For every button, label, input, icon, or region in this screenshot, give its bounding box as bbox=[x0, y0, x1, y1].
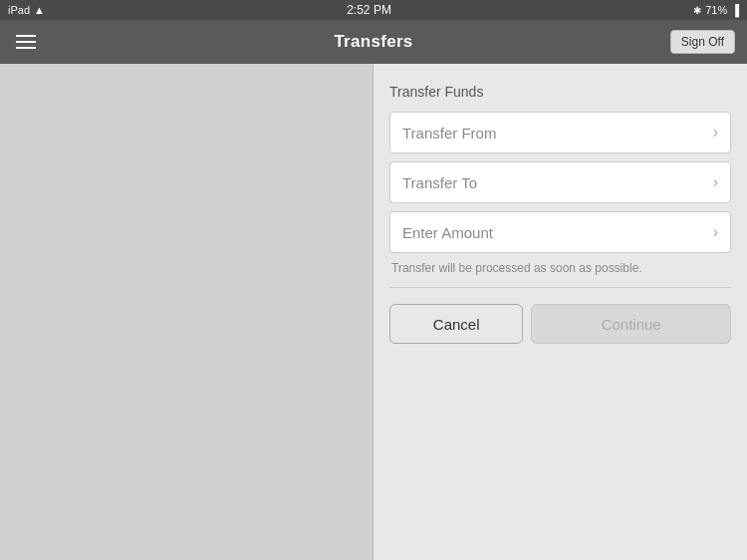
battery-icon: ▐ bbox=[731, 4, 739, 16]
transfer-from-label: Transfer From bbox=[402, 125, 496, 141]
main-content: Transfer Funds Transfer From › Transfer … bbox=[0, 64, 747, 560]
left-panel bbox=[0, 64, 374, 560]
enter-amount-chevron-icon: › bbox=[713, 223, 718, 241]
menu-button[interactable] bbox=[12, 31, 40, 53]
enter-amount-label: Enter Amount bbox=[402, 224, 493, 241]
battery-percent: 71% bbox=[705, 4, 727, 16]
section-title: Transfer Funds bbox=[389, 84, 731, 100]
sign-off-button[interactable]: Sign Off bbox=[670, 30, 735, 54]
wifi-icon: ▲︎ bbox=[34, 4, 45, 16]
nav-bar: Transfers Sign Off bbox=[0, 20, 747, 64]
info-text: Transfer will be processed as soon as po… bbox=[389, 261, 731, 275]
transfer-from-field[interactable]: Transfer From › bbox=[389, 112, 731, 153]
status-bar: iPad ▲︎ 2:52 PM ✱ 71% ▐ bbox=[0, 0, 747, 20]
hamburger-line-3 bbox=[16, 47, 36, 49]
bluetooth-icon: ✱ bbox=[693, 5, 701, 16]
hamburger-line-1 bbox=[16, 35, 36, 37]
right-panel: Transfer Funds Transfer From › Transfer … bbox=[374, 64, 747, 560]
carrier-label: iPad bbox=[8, 4, 30, 16]
cancel-button[interactable]: Cancel bbox=[389, 304, 523, 344]
status-bar-right: ✱ 71% ▐ bbox=[693, 4, 739, 16]
action-buttons: Cancel Continue bbox=[389, 304, 731, 344]
transfer-from-chevron-icon: › bbox=[713, 124, 718, 141]
nav-title: Transfers bbox=[334, 32, 412, 52]
transfer-to-chevron-icon: › bbox=[713, 173, 718, 191]
continue-button[interactable]: Continue bbox=[531, 304, 731, 344]
status-bar-time: 2:52 PM bbox=[347, 3, 391, 17]
transfer-to-field[interactable]: Transfer To › bbox=[389, 161, 731, 203]
hamburger-line-2 bbox=[16, 41, 36, 43]
divider bbox=[389, 287, 731, 288]
enter-amount-field[interactable]: Enter Amount › bbox=[389, 211, 731, 253]
status-bar-left: iPad ▲︎ bbox=[8, 4, 45, 16]
transfer-to-label: Transfer To bbox=[402, 174, 477, 191]
